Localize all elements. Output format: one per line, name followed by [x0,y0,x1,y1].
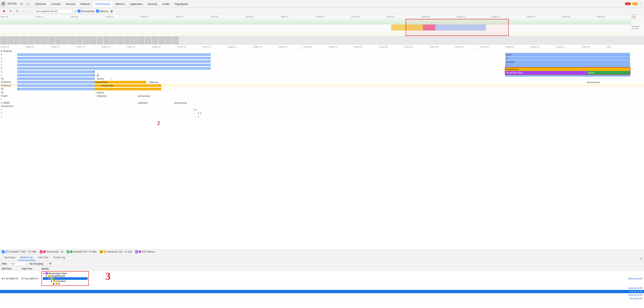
side-labels: FPS CPU NET [631,15,644,19]
expand-recalc[interactable]: ▼ [43,272,45,275]
stop-button[interactable]: ✕ [15,9,19,14]
url-display: oscs.opechk.com #1 [34,9,73,13]
tab-bar-right: ⚠ 1 ⚠ 2 ⋮ [625,2,643,6]
download-button[interactable]: ↓ [28,9,32,14]
listeners-checkbox[interactable] [100,250,102,253]
memory-checkbox[interactable] [96,10,99,12]
grouping-select[interactable]: No Grouping Group by Activity Group by U… [28,262,52,266]
flame-row-c2: c d..y [0,108,644,112]
th-activity[interactable]: Activity [40,267,90,271]
table-row-n-url[interactable]: vue.min.js:26 [0,290,644,293]
stats-js-heap[interactable]: JS Heap[71.7 MB – 73.7 MB] [2,250,36,253]
detail-tick-13: 12900 ms [328,45,354,49]
tree-item-le: ▶ le [43,282,88,285]
device-toggle-button[interactable]: ⬜ [25,1,31,7]
tab-call-tree[interactable]: Call Tree [36,255,51,260]
tab-audits[interactable]: Audits [160,1,172,8]
expand-panel-button[interactable]: ⤢ [640,256,642,260]
flame-bar-Ot2 [17,84,95,87]
detail-tick-20: 12935 ms [505,45,530,49]
expand-handle[interactable]: ▼ [46,275,48,277]
tab-application[interactable]: Application [127,1,145,8]
table-row-handle-url[interactable]: iview.min.js:26 [0,286,644,290]
network-row[interactable]: ▶ Network [0,49,644,53]
metric-bars: 69.8 MB / 101 MB [0,19,644,36]
documents-checkbox[interactable] [40,250,42,253]
stats-nodes[interactable]: Nodes[63 244 – 63 682] [67,250,96,253]
detail-tick-9: 12880 ms [227,45,252,49]
tab-console[interactable]: Console [48,1,63,8]
clear-button[interactable]: 🗑 [110,10,113,13]
bottom-tabs: Summary Bottom-Up Call Tree Event Log ⤢ [0,254,644,261]
timeline-selection-box[interactable] [406,19,509,36]
tab-performance[interactable]: Performance [92,1,113,8]
tree-item-mounted: ▼ mounted [43,280,88,282]
e-destroy-label: e.$destroy [148,81,187,84]
expand-le[interactable]: ▶ [53,282,55,285]
nodes-checkbox[interactable] [67,250,70,253]
detail-tick-23: 12950 ms [580,45,606,49]
tab-network[interactable]: Network [78,1,92,8]
table-row-le-url[interactable]: vue.min.js:26 [0,297,644,300]
stats-listeners[interactable]: Listeners[11 026 – 11 153] [100,250,132,253]
refresh-button[interactable]: ↻ [8,9,13,14]
thumbnail-12 [76,37,82,44]
more-options-button[interactable]: ⋮ [639,2,643,6]
thumbnail-5 [28,37,34,44]
thumbnail-21 [138,37,144,44]
ruler-tick-12: 12000 ms [386,15,421,19]
tab-pagespeed[interactable]: PageSpeed [172,1,191,8]
stats-gpu-memory[interactable]: GPU Memory [135,250,155,253]
toolbar: ⏺ ↻ ✕ ↑ ↓ oscs.opechk.com #1 ▾ Screensho… [0,8,644,15]
flamechart-rows[interactable]: C x C x [0,53,644,249]
flame-bar-Se: r... [17,88,95,90]
timeline-overview[interactable]: 1000 ms 2000 ms 3000 ms 4000 ms 5000 ms … [0,15,644,36]
flame-row-v: v – e..y [0,112,644,115]
th-total-time[interactable]: Total Time [20,267,40,271]
js-heap-checkbox[interactable] [2,250,4,253]
detail-tick-7: 12870 ms [177,45,202,49]
table-row-recalc[interactable]: 9.7 ms 100.0 % 9.7 ms 100.0 % ▼ Recalcul… [0,271,644,286]
upload-button[interactable]: ↑ [21,9,26,14]
th-self-time[interactable]: Self Time [0,267,20,271]
tab-memory[interactable]: Memory [113,1,127,8]
tree-item-n[interactable]: ▼ n [43,277,88,280]
record-button[interactable]: ⏺ [2,9,6,14]
tab-event-log[interactable]: Event Log [51,255,68,260]
cpu-label: CPU [632,16,644,18]
tab-summary[interactable]: Summary [2,255,18,260]
thumbnail-23 [152,37,158,44]
flame-row-Ot1: Ot.$mount s removeChild e.$destroy (anon… [0,80,644,84]
tab-sources[interactable]: Sources [63,1,78,8]
url-dropdown[interactable]: ▾ [74,10,76,13]
flame-label-c3: c [0,115,17,118]
nodes-color [70,250,72,253]
tab-security[interactable]: Security [145,1,160,8]
flame-bar-Ot1: s [17,81,95,84]
flame-label-x1: x [0,57,17,59]
gpu-memory-checkbox[interactable] [135,250,138,253]
screenshots-checkbox-label[interactable]: Screenshots [78,10,94,12]
td-empty-mounted [0,293,90,297]
inspect-button[interactable]: ⊡ [18,1,24,7]
right-item-mounted: mounted [505,60,630,64]
td-url-le: vue.min.js:26 [90,297,644,300]
filter-input[interactable] [8,262,26,266]
flame-bar-C1 [17,53,211,56]
stats-documents[interactable]: Documents[7 – 8] [40,250,63,253]
flame-row-Uo-get: Uo.get e.$destroy (anonymous) [0,94,644,98]
tab-bottom-up[interactable]: Bottom-Up [18,255,35,260]
tab-bar: 库 库存管理 ⊡ ⬜ Elements Console Sources Netw… [0,0,644,8]
screenshots-checkbox[interactable] [78,10,80,12]
td-url-n: vue.min.js:26 [90,290,644,293]
memory-checkbox-label[interactable]: Memory [96,10,108,12]
expand-mounted[interactable]: ▼ [50,280,53,282]
expand-n[interactable]: ▼ [48,278,50,280]
flame-bar-Se-orange [95,88,161,90]
tab-elements[interactable]: Elements [33,1,48,8]
flame-bar-C3 [17,67,211,70]
color-n [51,278,53,280]
td-activity-1: ▼ Recalculate Style ▼ handleResize [40,271,90,286]
thumbnail-8 [48,37,55,44]
table-row-mounted-url[interactable]: iview.min.js:26 [0,293,644,297]
